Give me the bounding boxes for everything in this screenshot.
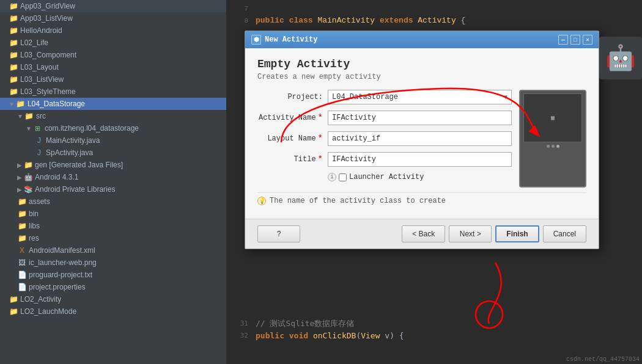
text-file-icon: 📄 bbox=[17, 270, 27, 280]
folder-icon: 📁 bbox=[9, 13, 18, 23]
dialog-title-text: New Activity bbox=[265, 35, 317, 44]
sidebar-item-project-props[interactable]: 📄 project.properties bbox=[0, 281, 226, 293]
sidebar-item-bin[interactable]: 📁 bin bbox=[0, 208, 226, 220]
props-file-icon: 📄 bbox=[17, 282, 27, 292]
expand-arrow: ▶ bbox=[17, 162, 22, 169]
android-dots bbox=[547, 145, 559, 148]
dialog-footer: ? < Back Next > Finish Cancel bbox=[245, 219, 599, 249]
dialog-form: Project: L04_DataStorage ▼ Ac bbox=[257, 90, 512, 187]
file-tree: 📁 App03_GridView 📁 App03_ListView 📁 Hell… bbox=[0, 0, 226, 364]
android-preview: ▦ bbox=[519, 90, 586, 187]
layout-name-input-wrapper bbox=[328, 131, 512, 146]
bottom-code: 31 // 测试Sqlite数据库存储 32 public void onCli… bbox=[226, 318, 642, 342]
folder-icon: 📁 bbox=[9, 38, 18, 48]
sidebar-item-l03styletheme[interactable]: 📁 L03_StyleTheme bbox=[0, 86, 226, 98]
android-dot-1 bbox=[547, 145, 550, 148]
project-label: Project: bbox=[257, 93, 328, 101]
sidebar-item-assets[interactable]: 📁 assets bbox=[0, 195, 226, 208]
sidebar-item-res[interactable]: 📁 res bbox=[0, 232, 226, 244]
sidebar-item-ic-launcher[interactable]: 🖼 ic_launcher-web.png bbox=[0, 257, 226, 269]
required-dot: * bbox=[318, 155, 323, 164]
launcher-checkbox[interactable] bbox=[339, 173, 347, 181]
sidebar-item-src[interactable]: ▼ 📁 src bbox=[0, 110, 226, 122]
project-value: L04_DataStorage bbox=[332, 93, 398, 101]
dialog-titlebar: ⬢ New Activity — □ ✕ bbox=[245, 31, 599, 48]
activity-name-row: Activity Name * bbox=[257, 111, 512, 125]
sidebar-item-lo2activity[interactable]: 📁 LO2_Activity bbox=[0, 293, 226, 305]
finish-button[interactable]: Finish bbox=[495, 225, 539, 242]
folder-icon: 📁 bbox=[9, 1, 18, 11]
launcher-info-icon: i bbox=[328, 173, 336, 181]
next-button[interactable]: Next > bbox=[449, 225, 492, 242]
sidebar-item-mainactivity[interactable]: J MainActivity.java bbox=[0, 134, 226, 147]
launcher-row: i Launcher Activity bbox=[257, 173, 512, 181]
launcher-label[interactable]: i Launcher Activity bbox=[328, 173, 424, 181]
folder-icon: 📁 bbox=[9, 50, 18, 60]
dialog-overlay: ⬢ New Activity — □ ✕ Empty Activity Crea… bbox=[226, 0, 642, 364]
sidebar-item-helloandroid[interactable]: 📁 HelloAndroid bbox=[0, 24, 226, 37]
cancel-button[interactable]: Cancel bbox=[543, 225, 586, 242]
footer-left: ? bbox=[257, 225, 300, 242]
android-dot-2 bbox=[552, 145, 555, 148]
sidebar-item-spactivity[interactable]: J SpActivity.java bbox=[0, 147, 226, 159]
title-input-wrapper bbox=[328, 152, 512, 167]
maximize-button[interactable]: □ bbox=[570, 35, 580, 45]
sidebar-item-l03listview[interactable]: 📁 L03_ListView bbox=[0, 73, 226, 86]
sidebar-item-l04datastorage[interactable]: ▼ 📁 L04_DataStorage bbox=[0, 98, 226, 110]
project-row: Project: L04_DataStorage ▼ bbox=[257, 90, 512, 104]
expand-arrow: ▶ bbox=[17, 186, 22, 193]
folder-icon: 📁 bbox=[17, 233, 27, 243]
sidebar-item-package[interactable]: ▼ ⊞ com.itzheng.l04_datastorage bbox=[0, 122, 226, 134]
dialog-title-left: ⬢ New Activity bbox=[251, 35, 317, 45]
java-file-icon: J bbox=[34, 136, 44, 145]
dialog-title-controls[interactable]: — □ ✕ bbox=[558, 35, 592, 45]
sidebar-item-gen[interactable]: ▶ 📁 gen [Generated Java Files] bbox=[0, 159, 226, 171]
help-button[interactable]: ? bbox=[257, 225, 300, 242]
project-select[interactable]: L04_DataStorage ▼ bbox=[328, 90, 512, 104]
folder-icon: 📁 bbox=[17, 197, 27, 206]
image-file-icon: 🖼 bbox=[17, 258, 27, 268]
android-icon: 🤖 bbox=[23, 172, 33, 182]
sidebar-item-l03compoment[interactable]: 📁 L03_Compoment bbox=[0, 49, 226, 61]
code-editor: 7 8 public class MainActivity extends Ac… bbox=[226, 0, 642, 364]
sidebar-item-androidmanifest[interactable]: X AndroidManifest.xml bbox=[0, 244, 226, 257]
code-line-31: 31 // 测试Sqlite数据库存储 bbox=[226, 318, 642, 330]
layout-name-input[interactable] bbox=[328, 131, 512, 146]
footer-buttons: < Back Next > Finish Cancel bbox=[402, 225, 586, 242]
sidebar-item-android431[interactable]: ▶ 🤖 Android 4.3.1 bbox=[0, 171, 226, 183]
sidebar-item-l02life[interactable]: 📁 L02_Life bbox=[0, 37, 226, 49]
folder-icon: 📁 bbox=[9, 26, 18, 35]
sidebar-item-app03gridview[interactable]: 📁 App03_GridView bbox=[0, 0, 226, 12]
minimize-button[interactable]: — bbox=[558, 35, 568, 45]
activity-name-input[interactable] bbox=[328, 111, 512, 125]
expand-arrow: ▼ bbox=[26, 125, 32, 132]
folder-icon: 📁 bbox=[9, 62, 18, 72]
info-section: 💡 The name of the activity class to crea… bbox=[257, 192, 586, 209]
folder-icon: 📁 bbox=[23, 160, 33, 170]
android-mascot: 🤖 bbox=[599, 37, 642, 79]
title-input[interactable] bbox=[328, 152, 512, 167]
folder-icon: 📚 bbox=[23, 184, 33, 194]
sidebar-item-lo2lauchmode[interactable]: 📁 LO2_LauchMode bbox=[0, 305, 226, 318]
activity-name-input-wrapper bbox=[328, 111, 512, 125]
dialog-subtitle: Creates a new empty activity bbox=[257, 73, 586, 81]
sidebar-item-l03layout[interactable]: 📁 L03_Layout bbox=[0, 61, 226, 73]
package-icon: ⊞ bbox=[33, 123, 43, 133]
back-button[interactable]: < Back bbox=[402, 225, 445, 242]
activity-name-label: Activity Name * bbox=[257, 113, 328, 123]
folder-icon: 📁 bbox=[9, 307, 18, 316]
sidebar-item-proguard[interactable]: 📄 proguard-project.txt bbox=[0, 269, 226, 281]
folder-icon: 📁 bbox=[24, 111, 34, 121]
new-activity-dialog: ⬢ New Activity — □ ✕ Empty Activity Crea… bbox=[245, 31, 599, 249]
title-label: Title * bbox=[257, 155, 328, 164]
xml-file-icon: X bbox=[17, 246, 27, 255]
sidebar-item-private-libs[interactable]: ▶ 📚 Android Private Libraries bbox=[0, 183, 226, 195]
code-line-32: 32 public void onClickDB(View v) { bbox=[226, 330, 642, 342]
sidebar-item-app03listview[interactable]: 📁 App03_ListView bbox=[0, 12, 226, 24]
expand-arrow: ▼ bbox=[17, 113, 23, 120]
dialog-header: Empty Activity Creates a new empty activ… bbox=[257, 58, 586, 81]
dialog-title-icon: ⬢ bbox=[251, 35, 261, 45]
android-screen: ▦ bbox=[523, 93, 582, 142]
close-button[interactable]: ✕ bbox=[583, 35, 592, 45]
sidebar-item-libs[interactable]: 📁 libs bbox=[0, 220, 226, 232]
